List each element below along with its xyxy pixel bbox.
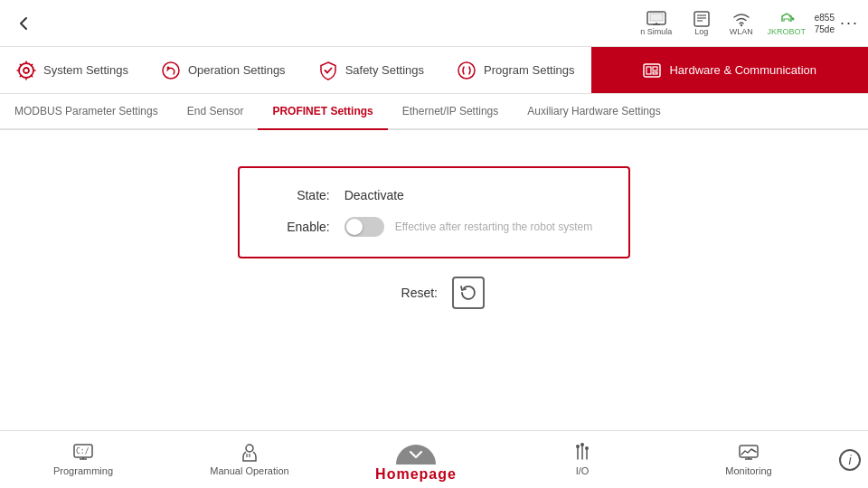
bottom-manual-operation[interactable]: Manual Operation bbox=[166, 431, 333, 488]
svg-point-30 bbox=[580, 443, 584, 446]
svg-point-8 bbox=[741, 23, 742, 25]
state-row: State: Deactivate bbox=[276, 188, 593, 202]
log-icon bbox=[693, 11, 711, 27]
io-icon bbox=[571, 443, 593, 463]
back-icon bbox=[15, 15, 32, 32]
reset-icon bbox=[459, 284, 477, 302]
svg-text:C:/: C:/ bbox=[76, 447, 90, 455]
robot-status: JKROBOT bbox=[764, 11, 809, 36]
back-button[interactable] bbox=[9, 9, 38, 38]
homepage-chevron bbox=[396, 445, 436, 465]
sub-tab-auxiliary[interactable]: Auxiliary Hardware Settings bbox=[513, 94, 675, 128]
state-label: State: bbox=[276, 188, 330, 202]
svg-point-29 bbox=[576, 445, 580, 448]
sub-tab-end-sensor[interactable]: End Sensor bbox=[173, 94, 259, 128]
enable-hint: Effective after restarting the robot sys… bbox=[395, 221, 593, 233]
system-icon bbox=[16, 61, 36, 80]
bottom-io[interactable]: I/O bbox=[499, 431, 665, 488]
toggle-switch[interactable] bbox=[344, 217, 384, 237]
svg-point-11 bbox=[24, 68, 29, 73]
wlan-icon bbox=[731, 11, 751, 27]
robot-icon bbox=[777, 11, 797, 27]
more-button[interactable]: ··· bbox=[840, 14, 859, 33]
reset-row: Reset: bbox=[383, 277, 485, 309]
log-status: Log bbox=[684, 11, 719, 36]
reset-label: Reset: bbox=[383, 286, 438, 300]
simulation-icon bbox=[646, 11, 666, 27]
bottom-monitoring[interactable]: Monitoring bbox=[665, 431, 832, 488]
homepage-label: Homepage bbox=[375, 466, 457, 483]
tab-operation-settings[interactable]: Operation Settings bbox=[145, 47, 302, 93]
svg-point-9 bbox=[791, 17, 794, 20]
info-icon: i bbox=[839, 449, 861, 471]
state-value: Deactivate bbox=[344, 188, 404, 202]
operation-icon bbox=[161, 61, 181, 80]
svg-rect-16 bbox=[646, 67, 651, 74]
simulation-status: n Simula bbox=[634, 11, 679, 36]
svg-point-12 bbox=[163, 62, 179, 79]
settings-panel: State: Deactivate Enable: Effective afte… bbox=[238, 166, 631, 258]
svg-rect-17 bbox=[653, 67, 657, 70]
program-icon bbox=[457, 61, 476, 80]
svg-point-13 bbox=[166, 66, 169, 69]
tab-system-settings[interactable]: System Settings bbox=[0, 47, 145, 93]
tab-hardware-communication[interactable]: Hardware & Communication bbox=[591, 47, 868, 93]
enable-label: Enable: bbox=[276, 220, 330, 234]
main-content: State: Deactivate Enable: Effective afte… bbox=[0, 130, 868, 430]
toggle-knob bbox=[346, 219, 363, 235]
svg-point-23 bbox=[246, 445, 253, 452]
svg-rect-4 bbox=[694, 12, 709, 26]
tab-program-settings[interactable]: Program Settings bbox=[440, 47, 590, 93]
bottom-homepage[interactable]: Homepage bbox=[333, 431, 499, 488]
sub-tab-ethernetip[interactable]: Ethernet/IP Settings bbox=[388, 94, 514, 128]
bottom-nav: C:/ Programming Manual Operation Homepag… bbox=[0, 430, 868, 488]
sub-tabs: MODBUS Parameter Settings End Sensor PRO… bbox=[0, 94, 868, 130]
info-button[interactable]: i bbox=[832, 431, 868, 488]
nav-tabs: System Settings Operation Settings Safet… bbox=[0, 47, 868, 94]
sub-tab-modbus[interactable]: MODBUS Parameter Settings bbox=[0, 94, 173, 128]
reset-button[interactable] bbox=[452, 277, 485, 309]
programming-icon: C:/ bbox=[72, 443, 94, 463]
manual-operation-icon bbox=[239, 443, 260, 463]
hardware-icon bbox=[642, 61, 662, 80]
device-id: e85575de bbox=[815, 12, 835, 35]
safety-icon bbox=[318, 61, 338, 80]
svg-point-14 bbox=[458, 62, 475, 79]
enable-row: Enable: Effective after restarting the r… bbox=[276, 217, 593, 237]
chevron-down-icon bbox=[409, 450, 423, 459]
sub-tab-profinet[interactable]: PROFINET Settings bbox=[258, 94, 387, 128]
monitoring-icon bbox=[738, 443, 760, 463]
svg-rect-1 bbox=[650, 14, 663, 21]
svg-rect-18 bbox=[653, 72, 657, 74]
tab-safety-settings[interactable]: Safety Settings bbox=[302, 47, 440, 93]
svg-point-31 bbox=[585, 446, 589, 450]
bottom-programming[interactable]: C:/ Programming bbox=[0, 431, 166, 488]
wlan-status: WLAN bbox=[724, 11, 759, 36]
